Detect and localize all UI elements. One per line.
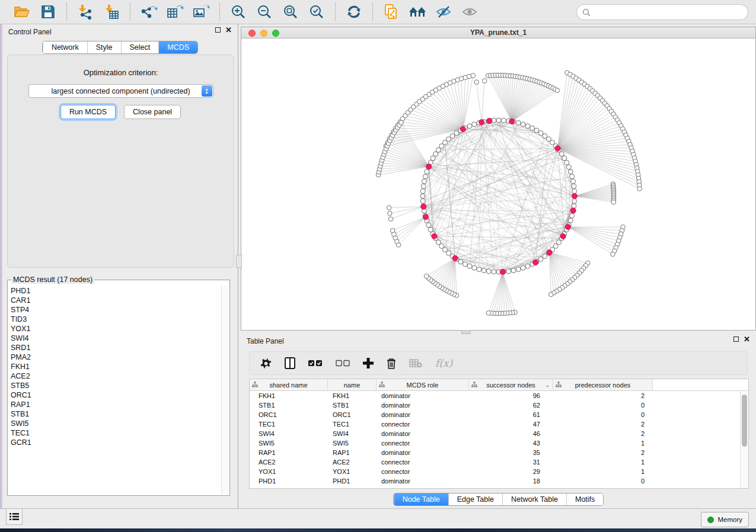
show-all-houses-icon[interactable] [406,2,429,21]
table-row[interactable]: ORC1 ORC1 dominator 61 0 [250,410,740,419]
open-file-icon[interactable] [11,2,33,21]
graph-node[interactable] [428,227,433,232]
graph-node[interactable] [492,270,496,274]
graph-node[interactable] [571,179,576,184]
graph-node[interactable] [425,169,429,174]
graph-edge[interactable] [463,76,473,129]
mcds-result-node[interactable]: ORC1 [11,390,221,400]
graph-node-dominator[interactable] [421,204,426,209]
graph-edge[interactable] [493,75,512,121]
maximize-window-icon[interactable] [272,30,279,37]
cell-name[interactable]: PHD1 [328,477,377,485]
cell-shared-name[interactable]: ACE2 [250,459,328,466]
cell-name[interactable]: ACE2 [328,459,377,466]
zoom-out-icon[interactable] [253,2,276,21]
graph-node[interactable] [430,156,435,161]
graph-node[interactable] [516,120,521,125]
graph-node[interactable] [530,126,535,130]
graph-edge[interactable] [413,107,462,129]
graph-node[interactable] [521,122,525,127]
graph-edge[interactable] [568,227,618,241]
graph-node-dominator[interactable] [532,259,538,265]
graph-edge[interactable] [463,78,465,129]
cell-name[interactable]: SWI5 [328,440,377,447]
column-header-name[interactable]: name [328,379,377,390]
table-row[interactable]: RAP1 RAP1 dominator 35 2 [250,448,740,457]
cell-successor-nodes[interactable]: 46 [469,430,553,437]
graph-edge[interactable] [433,121,489,234]
graph-edge[interactable] [426,258,455,276]
search-input[interactable] [594,8,748,17]
mcds-result-node[interactable]: STP4 [11,305,221,315]
graph-node-dominator[interactable] [479,120,484,125]
import-network-icon[interactable] [74,2,97,21]
graph-node[interactable] [543,254,547,259]
cell-name[interactable]: YOX1 [328,468,377,475]
graph-node[interactable] [390,228,395,233]
graph-edge[interactable] [488,76,512,121]
graph-edge[interactable] [557,91,592,148]
graph-edge[interactable] [496,75,512,121]
column-header-predecessor-nodes[interactable]: predecessor nodes [553,379,653,390]
mcds-result-node[interactable]: TID3 [11,315,221,324]
graph-node[interactable] [486,269,491,274]
graph-edge[interactable] [398,217,426,245]
float-panel-icon[interactable] [215,27,221,33]
graph-node[interactable] [516,267,521,272]
cell-name[interactable]: ORC1 [328,411,377,418]
graph-node[interactable] [506,269,511,274]
cell-predecessor-nodes[interactable]: 2 [553,421,653,428]
graph-node[interactable] [387,211,392,216]
cell-successor-nodes[interactable]: 35 [469,449,553,456]
graph-node[interactable] [467,124,472,129]
graph-node[interactable] [562,156,567,161]
graph-node[interactable] [564,160,569,165]
table-scrollbar[interactable] [740,391,748,488]
graph-node-dominator[interactable] [487,118,492,123]
graph-node[interactable] [471,73,476,78]
graph-edge[interactable] [405,116,462,129]
graph-edge[interactable] [575,185,613,196]
cell-shared-name[interactable]: ORC1 [250,411,328,418]
graph-edge[interactable] [379,166,429,172]
graph-node[interactable] [458,259,463,264]
table-tab[interactable]: Node Table [394,493,448,505]
graph-edge[interactable] [568,227,613,254]
mcds-result-node[interactable]: ACE2 [11,371,221,381]
graph-edge[interactable] [550,252,584,268]
table-tab[interactable]: Motifs [566,493,603,505]
export-image-icon[interactable] [190,2,212,21]
table-splitter-handle[interactable] [461,330,471,334]
graph-edge[interactable] [512,80,532,121]
refresh-icon[interactable] [343,2,365,21]
column-header-successor-nodes[interactable]: successor nodes ⌄ [469,379,553,390]
optimization-criterion-dropdown[interactable]: largest connected component (undirected)… [28,84,213,98]
cell-name[interactable]: STB1 [328,402,377,409]
graph-node[interactable] [421,184,426,188]
cell-shared-name[interactable]: RAP1 [250,449,328,456]
float-table-panel-icon[interactable] [733,336,739,342]
graph-edge[interactable] [550,252,567,284]
mcds-result-list[interactable]: PHD1CAR1STP4TID3YOX1SWI4SRD1PMA2FKH1ACE2… [8,285,221,495]
graph-edge[interactable] [489,272,503,313]
close-panel-icon[interactable]: ✕ [225,27,232,33]
table-scrollbar-thumb[interactable] [742,395,747,447]
graph-node[interactable] [467,264,472,268]
graph-node[interactable] [525,264,530,268]
cell-shared-name[interactable]: SWI4 [250,430,328,437]
graph-node[interactable] [486,310,491,315]
graph-node[interactable] [472,122,477,127]
control-panel-tab[interactable]: MCDS [158,41,197,53]
add-row-icon[interactable] [363,358,374,368]
table-row[interactable]: SWI5 SWI5 connector 43 1 [250,438,740,448]
cell-mcds-role[interactable]: dominator [377,449,469,456]
graph-edge[interactable] [425,177,563,236]
graph-node[interactable] [481,268,486,273]
network-search-box[interactable] [576,4,748,20]
graph-edge[interactable] [391,207,423,219]
graph-node[interactable] [501,118,506,123]
sort-descending-icon[interactable]: ⌄ [545,382,550,388]
graph-node[interactable] [474,80,479,85]
graph-node[interactable] [568,169,573,174]
graph-node[interactable] [436,240,441,245]
